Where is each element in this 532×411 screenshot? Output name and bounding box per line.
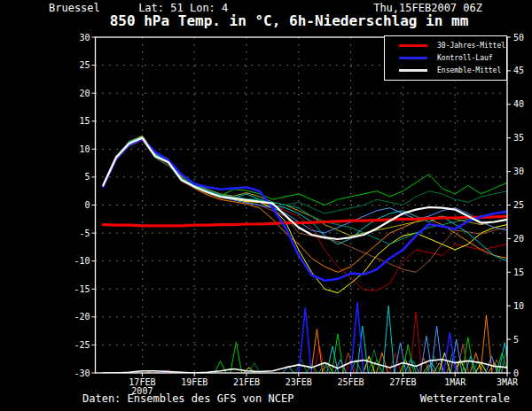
meteogram-panel: Bruessel Lat: 51 Lon: 4 Thu,15FEB2007 06… <box>0 0 532 411</box>
svg-text:-10: -10 <box>74 256 90 266</box>
legend-label: Ensemble-Mittel <box>437 66 501 74</box>
svg-text:-5: -5 <box>79 229 90 238</box>
legend-item-ensmean: Ensemble-Mittel <box>385 65 506 76</box>
svg-text:15: 15 <box>79 116 90 126</box>
brand-name: Wetterzentrale <box>420 392 510 405</box>
legend-label: 30-Jahres-Mittel <box>437 42 505 50</box>
legend-box: 30-Jahres-Mittel Kontroll-Lauf Ensemble-… <box>384 35 507 81</box>
svg-text:30: 30 <box>79 33 90 43</box>
svg-text:3MAR: 3MAR <box>497 377 519 387</box>
svg-text:-20: -20 <box>74 312 90 322</box>
control-line-swatch <box>399 57 427 59</box>
svg-text:25FEB: 25FEB <box>338 377 364 387</box>
svg-text:5: 5 <box>513 335 519 345</box>
svg-text:35: 35 <box>513 133 524 143</box>
svg-text:21FEB: 21FEB <box>233 377 260 387</box>
svg-text:23FEB: 23FEB <box>286 377 312 387</box>
svg-text:40: 40 <box>513 99 524 109</box>
legend-item-mean30y: 30-Jahres-Mittel <box>385 40 506 51</box>
svg-text:15: 15 <box>513 268 524 277</box>
svg-text:27FEB: 27FEB <box>389 377 416 387</box>
svg-text:10: 10 <box>513 301 524 311</box>
mean30y-line-swatch <box>399 44 427 47</box>
svg-text:1MAR: 1MAR <box>444 377 466 387</box>
legend-item-control: Kontroll-Lauf <box>385 52 506 64</box>
svg-text:-15: -15 <box>74 284 90 294</box>
data-source-note: Daten: Ensembles des GFS von NCEP <box>82 392 293 405</box>
svg-text:20: 20 <box>79 89 90 98</box>
svg-text:0: 0 <box>513 368 519 378</box>
svg-text:5: 5 <box>84 172 90 182</box>
temp-axis-labels: 302520151050-5-10-15-20-25-30 <box>74 33 90 378</box>
svg-text:45: 45 <box>513 66 524 75</box>
svg-text:25: 25 <box>513 200 524 210</box>
precip-axis-labels: 50454035302520151050 <box>513 33 524 378</box>
ensemble-mean-precip-line <box>103 360 507 373</box>
svg-text:19FEB: 19FEB <box>181 377 207 387</box>
svg-text:30: 30 <box>513 167 524 176</box>
legend-label: Kontroll-Lauf <box>437 54 493 62</box>
svg-text:10: 10 <box>79 144 90 154</box>
svg-text:-30: -30 <box>74 368 90 378</box>
svg-text:0: 0 <box>84 200 90 210</box>
svg-text:50: 50 <box>513 33 524 43</box>
svg-text:-25: -25 <box>74 340 90 350</box>
svg-text:25: 25 <box>79 60 90 70</box>
ensmean-line-swatch <box>399 69 427 72</box>
svg-text:20: 20 <box>513 234 524 244</box>
gridlines <box>96 37 508 373</box>
